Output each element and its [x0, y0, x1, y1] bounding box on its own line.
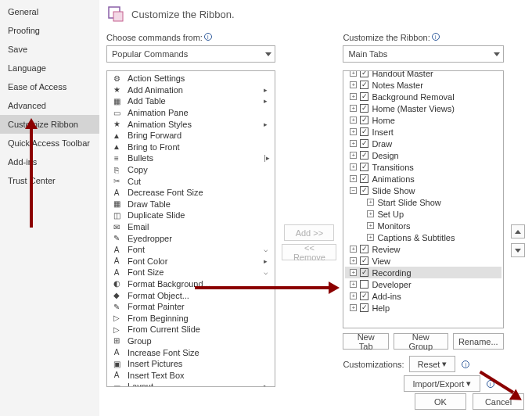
rename-button[interactable]: Rename... [453, 333, 504, 350]
ok-button[interactable]: OK [415, 393, 466, 410]
tree-item[interactable]: +Home [345, 114, 501, 126]
command-item[interactable]: ⊞Group [107, 335, 275, 347]
expand-icon[interactable]: + [350, 304, 357, 311]
command-item[interactable]: ◐Format Background... [107, 278, 275, 290]
sidebar-item-proofing[interactable]: Proofing [0, 21, 99, 40]
checkbox[interactable] [360, 280, 368, 289]
tree-item[interactable]: +Background Removal [345, 91, 501, 102]
checkbox[interactable] [360, 81, 368, 89]
checkbox[interactable] [360, 174, 368, 183]
tree-item[interactable]: +Transitions [345, 161, 501, 173]
tree-item[interactable]: +Home (Master Views) [345, 102, 501, 114]
checkbox[interactable] [360, 245, 368, 253]
cancel-button[interactable]: Cancel [473, 393, 524, 410]
expand-icon[interactable]: + [350, 140, 357, 147]
sidebar-item-customize-ribbon[interactable]: Customize Ribbon [0, 115, 99, 134]
checkbox[interactable] [360, 104, 368, 113]
command-item[interactable]: AFont Color▸ [107, 256, 275, 267]
expand-icon[interactable]: − [350, 187, 357, 194]
checkbox[interactable] [360, 186, 368, 195]
sidebar-item-general[interactable]: General [0, 2, 99, 21]
tree-item[interactable]: +Add-ins [345, 290, 501, 302]
command-item[interactable]: ≡Bullets|▸ [107, 152, 275, 164]
expand-icon[interactable]: + [350, 246, 357, 253]
checkbox[interactable] [360, 139, 368, 148]
tree-item[interactable]: +Start Slide Show [345, 196, 501, 208]
command-item[interactable]: ★Animation Styles▸ [107, 118, 275, 130]
tree-item[interactable]: +Help [345, 302, 501, 314]
expand-icon[interactable]: + [367, 210, 374, 217]
commands-listbox[interactable]: ⚙Action Settings★Add Animation▸▦Add Tabl… [106, 70, 275, 387]
command-item[interactable]: ✎Eyedropper [107, 232, 275, 244]
command-item[interactable]: ★Add Animation▸ [107, 84, 275, 96]
command-item[interactable]: ◫Duplicate Slide [107, 210, 275, 221]
checkbox[interactable] [360, 256, 368, 265]
sidebar-item-ease-of-access[interactable]: Ease of Access [0, 77, 99, 96]
sidebar-item-trust-center[interactable]: Trust Center [0, 171, 99, 190]
checkbox[interactable] [360, 71, 368, 77]
expand-icon[interactable]: + [350, 292, 357, 299]
expand-icon[interactable]: + [350, 81, 357, 88]
add-button[interactable]: Add >> [284, 224, 334, 241]
expand-icon[interactable]: + [350, 257, 357, 264]
expand-icon[interactable]: + [350, 117, 357, 124]
remove-button[interactable]: << Remove [282, 244, 336, 260]
move-down-button[interactable] [511, 243, 525, 257]
expand-icon[interactable]: + [350, 281, 357, 288]
checkbox[interactable] [360, 151, 368, 160]
expand-icon[interactable]: + [350, 105, 357, 112]
command-item[interactable]: ▦Draw Table [107, 199, 275, 210]
command-item[interactable]: ▲Bring Forward [107, 130, 275, 142]
info-icon[interactable]: i [432, 33, 440, 41]
command-item[interactable]: ▦Add Table▸ [107, 95, 275, 107]
command-item[interactable]: ⚙Action Settings [107, 73, 275, 84]
expand-icon[interactable]: + [367, 222, 374, 229]
command-item[interactable]: ADecrease Font Size [107, 187, 275, 199]
command-item[interactable]: AInsert Text Box [107, 369, 275, 381]
reset-button[interactable]: Reset ▾ [409, 356, 456, 372]
tree-item[interactable]: +Animations [345, 173, 501, 185]
sidebar-item-addins[interactable]: Add-ins [0, 152, 99, 171]
command-item[interactable]: ▷From Beginning [107, 312, 275, 324]
command-item[interactable]: ▷From Current Slide [107, 324, 275, 335]
checkbox[interactable] [360, 292, 368, 300]
tree-item[interactable]: +Review [345, 243, 501, 255]
sidebar-item-advanced[interactable]: Advanced [0, 96, 99, 115]
expand-icon[interactable]: + [350, 175, 357, 182]
sidebar-item-quick-access-toolbar[interactable]: Quick Access Toolbar [0, 134, 99, 152]
new-group-button[interactable]: New Group [394, 333, 448, 350]
tree-item[interactable]: +Set Up [345, 208, 501, 220]
tree-item[interactable]: −Slide Show [345, 185, 501, 196]
sidebar-item-language[interactable]: Language [0, 59, 99, 77]
checkbox[interactable] [360, 303, 368, 312]
expand-icon[interactable]: + [350, 152, 357, 159]
command-item[interactable]: ▲Bring to Front [107, 142, 275, 153]
checkbox[interactable] [360, 116, 368, 124]
ribbon-tree[interactable]: +Handout Master+Notes Master+Background … [343, 70, 504, 328]
tree-item[interactable]: +Recording [345, 267, 501, 278]
expand-icon[interactable]: + [350, 163, 357, 170]
command-item[interactable]: ⎘Copy [107, 164, 275, 176]
tree-item[interactable]: +Insert [345, 126, 501, 138]
command-item[interactable]: AIncrease Font Size [107, 346, 275, 358]
expand-icon[interactable]: + [367, 234, 374, 241]
expand-icon[interactable]: + [350, 269, 357, 276]
checkbox[interactable] [360, 127, 368, 136]
expand-icon[interactable]: + [350, 93, 357, 100]
tree-item[interactable]: +Draw [345, 138, 501, 149]
checkbox[interactable] [360, 92, 368, 101]
info-icon[interactable]: i [204, 33, 212, 41]
new-tab-button[interactable]: New Tab [343, 333, 388, 350]
info-icon[interactable]: i [462, 360, 469, 368]
import-export-button[interactable]: Import/Export ▾ [404, 375, 480, 392]
command-item[interactable]: ◆Format Object... [107, 289, 275, 301]
command-item[interactable]: ▭Layout▸ [107, 381, 275, 386]
move-up-button[interactable] [511, 224, 525, 238]
checkbox[interactable] [360, 268, 368, 277]
command-item[interactable]: AFont⌵ [107, 244, 275, 256]
expand-icon[interactable]: + [367, 199, 374, 206]
command-item[interactable]: ▣Insert Pictures [107, 358, 275, 370]
tree-item[interactable]: +Captions & Subtitles [345, 231, 501, 243]
command-item[interactable]: ▭Animation Pane [107, 107, 275, 119]
customize-ribbon-dropdown[interactable]: Main Tabs [343, 45, 504, 63]
